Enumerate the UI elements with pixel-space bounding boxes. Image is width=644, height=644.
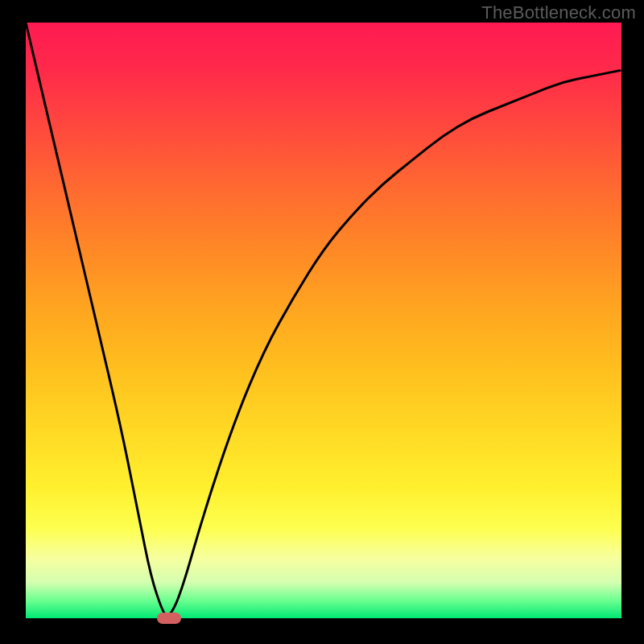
chart-frame: TheBottleneck.com (0, 0, 644, 644)
bottleneck-curve (26, 23, 621, 616)
plot-area (26, 23, 621, 618)
min-marker (157, 613, 181, 624)
curve-svg (26, 23, 621, 618)
watermark-label: TheBottleneck.com (481, 2, 636, 23)
